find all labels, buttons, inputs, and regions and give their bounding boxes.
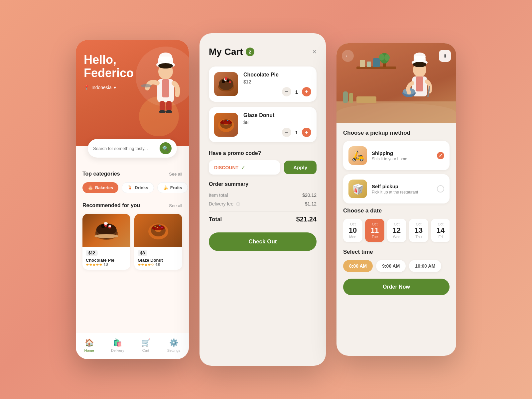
cart-item-pie-image xyxy=(214,72,238,96)
self-pickup-details: Self pickup Pick it up at the restaurant xyxy=(372,184,432,195)
nav-home[interactable]: 🏠 Home xyxy=(84,338,94,352)
svg-rect-64 xyxy=(356,96,376,103)
checkout-button[interactable]: Check Out xyxy=(209,232,317,251)
apply-button[interactable]: Apply xyxy=(284,161,317,174)
categories-header: Top categories See all xyxy=(82,171,182,177)
cart-screen: My Cart 2 × Chocolate Pie $12 xyxy=(200,33,326,366)
svg-rect-44 xyxy=(360,60,365,67)
qty-num-donut: 1 xyxy=(295,130,298,135)
total-label: Total xyxy=(209,216,222,223)
time-chip-2[interactable]: 10:00 AM xyxy=(409,260,441,272)
food-info-donut: $8 Glaze Donut ★★★★☆ 4.5 xyxy=(134,247,182,270)
qty-plus-pie[interactable]: + xyxy=(302,87,311,96)
svg-rect-8 xyxy=(160,101,165,111)
search-button[interactable]: 🔍 xyxy=(160,142,172,154)
date-day-2: Wed xyxy=(393,235,400,239)
bottom-nav: 🏠 Home 🛍️ Delivery 🛒 Cart ⚙️ Settings xyxy=(76,333,189,359)
category-bakeries[interactable]: 🎂 Bakeries xyxy=(82,182,118,193)
pause-button[interactable]: ⏸ xyxy=(439,50,451,62)
cart-item-donut-image xyxy=(214,113,238,137)
date-chip-1[interactable]: Oct 11 Tue xyxy=(365,219,384,242)
date-chip-2[interactable]: Oct 12 Wed xyxy=(387,219,406,242)
nav-delivery[interactable]: 🛍️ Delivery xyxy=(111,338,124,352)
time-label-1: 9:00 AM xyxy=(382,263,400,269)
date-chip-3[interactable]: Oct 13 Thu xyxy=(409,219,428,242)
food-stars-donut: ★★★★☆ 4.5 xyxy=(138,263,179,267)
pickup-method-title: Choose a pickup method xyxy=(343,130,450,136)
delivery-nav-icon: 🛍️ xyxy=(113,338,122,347)
home-screen: Hello, Federico 📍 Indonesia ▾ 🔍 Top cate… xyxy=(76,40,189,359)
food-price-pie: $12 xyxy=(86,250,98,256)
svg-point-10 xyxy=(159,110,166,113)
settings-nav-label: Settings xyxy=(167,348,181,352)
svg-point-53 xyxy=(414,53,426,61)
total-value: $21.24 xyxy=(296,215,317,223)
time-chip-0[interactable]: 8:00 AM xyxy=(343,260,373,272)
svg-point-2 xyxy=(159,53,172,62)
cart-item-pie: Chocolate Pie $12 − 1 + xyxy=(209,66,317,102)
chevron-down-icon: ▾ xyxy=(114,85,116,90)
total-row: Total $21.24 xyxy=(209,215,317,223)
qty-control-donut: − 1 + xyxy=(243,128,311,137)
shipping-icon: 🛵 xyxy=(352,150,364,162)
recommended-see-all[interactable]: See all xyxy=(169,203,182,208)
qty-plus-donut[interactable]: + xyxy=(302,128,311,137)
shipping-radio[interactable]: ✓ xyxy=(437,152,444,159)
nav-settings[interactable]: ⚙️ Settings xyxy=(167,338,181,352)
food-card-pie[interactable]: $12 Chocolate Pie ★★★★★ 4.8 xyxy=(82,214,130,270)
home-nav-icon: 🏠 xyxy=(85,338,94,347)
nav-cart[interactable]: 🛒 Cart xyxy=(141,338,150,352)
cart-title: My Cart xyxy=(209,47,243,57)
category-drinks[interactable]: 🍹 Drinks xyxy=(122,182,154,193)
time-section-title: Select time xyxy=(343,249,450,255)
promo-input-wrap[interactable]: DISCOUNT ✓ xyxy=(209,160,280,175)
location-pin-icon: 📍 xyxy=(84,85,89,90)
screens-container: Hello, Federico 📍 Indonesia ▾ 🔍 Top cate… xyxy=(63,20,469,379)
pickup-option-shipping[interactable]: 🛵 Shipping Ship it to your home ✓ xyxy=(343,141,450,170)
qty-minus-donut[interactable]: − xyxy=(282,128,291,137)
order-now-button[interactable]: Order Now xyxy=(343,279,450,295)
home-header: Hello, Federico 📍 Indonesia ▾ xyxy=(76,40,189,146)
date-day-0: Mon xyxy=(349,235,356,239)
self-pickup-name: Self pickup xyxy=(372,184,432,189)
recommended-title: Recommended for you xyxy=(82,202,140,208)
self-pickup-icon-wrap: 🥡 xyxy=(348,180,367,198)
self-pickup-icon: 🥡 xyxy=(352,183,364,195)
food-image-donut xyxy=(134,214,182,247)
date-chip-0[interactable]: Oct 10 Mon xyxy=(343,219,362,242)
qty-minus-pie[interactable]: − xyxy=(282,87,291,96)
categories-title: Top categories xyxy=(82,171,120,177)
categories-list: 🎂 Bakeries 🍹 Drinks 🍌 Fruits xyxy=(82,182,182,193)
date-month-2: Oct xyxy=(394,222,399,226)
category-fruits[interactable]: 🍌 Fruits xyxy=(157,182,188,193)
pickup-option-self[interactable]: 🥡 Self pickup Pick it up at the restaura… xyxy=(343,174,450,203)
check-icon: ✓ xyxy=(439,153,443,158)
date-scroll: Oct 10 Mon Oct 11 Tue Oct 12 Wed xyxy=(343,219,450,243)
chef-illustration xyxy=(139,47,186,113)
back-button[interactable]: ← xyxy=(342,50,354,62)
search-input[interactable] xyxy=(93,146,160,151)
promo-check-icon: ✓ xyxy=(241,164,245,171)
food-grid: $12 Chocolate Pie ★★★★★ 4.8 xyxy=(82,214,182,270)
food-stars-pie: ★★★★★ 4.8 xyxy=(86,263,127,267)
food-card-donut[interactable]: $8 Glaze Donut ★★★★☆ 4.5 xyxy=(134,214,182,270)
svg-point-34 xyxy=(225,77,227,80)
date-month-4: Oct xyxy=(438,222,443,226)
home-body: Top categories See all 🎂 Bakeries 🍹 Drin… xyxy=(76,158,189,333)
date-num-3: 13 xyxy=(415,227,423,234)
settings-nav-icon: ⚙️ xyxy=(169,338,178,347)
delivery-fee-label: Delivery fee ⓘ xyxy=(209,201,240,207)
delivery-fee-row: Delivery fee ⓘ $1.12 xyxy=(209,201,317,207)
promo-input-row: DISCOUNT ✓ Apply xyxy=(209,160,317,175)
categories-see-all[interactable]: See all xyxy=(169,172,182,177)
svg-point-4 xyxy=(158,63,173,68)
cart-item-pie-price: $12 xyxy=(243,79,311,84)
self-pickup-radio[interactable] xyxy=(437,185,444,193)
close-button[interactable]: × xyxy=(312,48,317,56)
cart-item-donut: Glaze Donut $8 − 1 + xyxy=(209,107,317,142)
bakery-icon: 🎂 xyxy=(88,185,93,190)
time-chip-1[interactable]: 9:00 AM xyxy=(376,260,406,272)
svg-point-35 xyxy=(229,81,231,83)
order-summary-title: Order summary xyxy=(209,181,317,187)
date-chip-4[interactable]: Oct 14 Fri xyxy=(431,219,450,242)
